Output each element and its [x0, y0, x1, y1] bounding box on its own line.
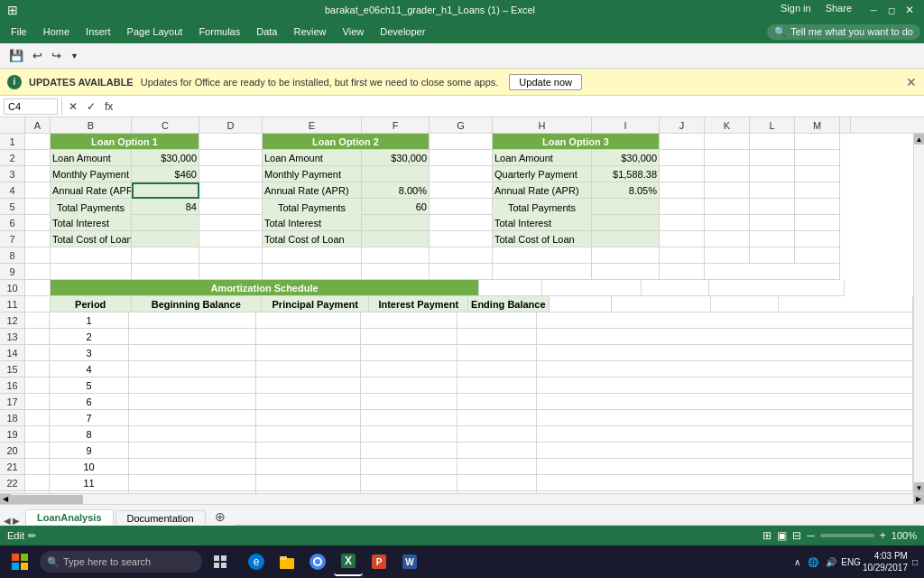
cell-g4[interactable]: [430, 182, 493, 199]
cell-a14[interactable]: [25, 345, 50, 361]
task-view-btn[interactable]: [206, 547, 235, 576]
cell-b7[interactable]: Total Cost of Loan: [51, 231, 132, 247]
cell-c15[interactable]: [129, 361, 256, 378]
row-4[interactable]: 4: [0, 182, 24, 199]
row-10[interactable]: 10: [0, 280, 24, 296]
close-btn[interactable]: ✕: [902, 3, 917, 17]
cell-a4[interactable]: [25, 182, 51, 199]
cell-a15[interactable]: [25, 361, 50, 378]
cell-l8[interactable]: [750, 247, 795, 264]
cell-d2[interactable]: [199, 150, 263, 166]
sign-in-btn[interactable]: Sign in: [781, 3, 811, 17]
cell-a3[interactable]: [25, 166, 51, 182]
cell-h10[interactable]: [542, 280, 642, 296]
cell-d21[interactable]: [256, 459, 362, 475]
cell-b3[interactable]: Monthly Payment: [51, 166, 132, 182]
row-14[interactable]: 14: [0, 345, 24, 361]
row-1[interactable]: 1: [0, 134, 24, 150]
cell-m3[interactable]: [795, 166, 840, 182]
cell-d13[interactable]: [256, 329, 362, 345]
cell-h3[interactable]: Quarterly Payment: [493, 166, 592, 182]
cell-g3[interactable]: [430, 166, 493, 182]
row-16[interactable]: 16: [0, 378, 24, 394]
row-17[interactable]: 17: [0, 394, 24, 410]
cell-l7[interactable]: [750, 231, 795, 247]
cell-d9[interactable]: [199, 264, 263, 280]
cell-f12[interactable]: [457, 312, 536, 329]
row-7[interactable]: 7: [0, 231, 24, 247]
zoom-out-btn[interactable]: ─: [807, 529, 815, 542]
cell-a5[interactable]: [25, 199, 51, 215]
cell-b18[interactable]: 7: [50, 410, 128, 426]
cell-b4[interactable]: Annual Rate (APR): [51, 182, 132, 199]
row-3[interactable]: 3: [0, 166, 24, 182]
cell-j10[interactable]: [709, 280, 845, 296]
col-header-e[interactable]: E: [263, 117, 362, 133]
cell-b13[interactable]: 2: [50, 329, 128, 345]
cell-j3[interactable]: [660, 166, 705, 182]
next-sheet-btn[interactable]: ▶: [13, 516, 20, 526]
cell-a17[interactable]: [25, 394, 50, 410]
cell-k5[interactable]: [705, 199, 750, 215]
sheet-tab-loananalysis[interactable]: LoanAnalysis: [25, 509, 114, 526]
cell-m1[interactable]: [795, 134, 840, 150]
add-sheet-btn[interactable]: ⊕: [208, 508, 233, 526]
confirm-formula-btn[interactable]: ✓: [84, 100, 98, 113]
cell-i7[interactable]: [592, 231, 660, 247]
cell-d8[interactable]: [199, 247, 263, 264]
cell-a18[interactable]: [25, 410, 50, 426]
col-header-j[interactable]: J: [660, 117, 705, 133]
cell-m5[interactable]: [795, 199, 840, 215]
cell-m7[interactable]: [795, 231, 840, 247]
cell-a6[interactable]: [25, 215, 51, 231]
cell-e21[interactable]: [361, 459, 457, 475]
cell-g21[interactable]: [537, 459, 913, 475]
cell-a7[interactable]: [25, 231, 51, 247]
cell-i5[interactable]: [592, 199, 660, 215]
cell-m2[interactable]: [795, 150, 840, 166]
cell-g9[interactable]: [430, 264, 493, 280]
insert-function-btn[interactable]: fx: [102, 100, 116, 113]
cell-e11[interactable]: Interest Payment: [369, 296, 468, 312]
cell-k1[interactable]: [705, 134, 750, 150]
col-header-i[interactable]: I: [592, 117, 660, 133]
cell-i8[interactable]: [592, 247, 660, 264]
cell-e6[interactable]: Total Interest: [263, 215, 362, 231]
cell-e16[interactable]: [361, 378, 457, 394]
cell-e7[interactable]: Total Cost of Loan: [263, 231, 362, 247]
cell-c19[interactable]: [129, 426, 256, 443]
cell-b2[interactable]: Loan Amount: [51, 150, 132, 166]
cell-d18[interactable]: [256, 410, 362, 426]
cell-m8[interactable]: [795, 247, 840, 264]
cell-e22[interactable]: [361, 475, 457, 491]
col-header-d[interactable]: D: [199, 117, 263, 133]
cell-b12[interactable]: 1: [50, 312, 128, 329]
cell-m6[interactable]: [795, 215, 840, 231]
cell-f7[interactable]: [362, 231, 430, 247]
cell-g13[interactable]: [537, 329, 913, 345]
cell-a21[interactable]: [25, 459, 50, 475]
cell-e8[interactable]: [263, 247, 362, 264]
cell-j2[interactable]: [660, 150, 705, 166]
cell-a8[interactable]: [25, 247, 51, 264]
cell-c22[interactable]: [129, 475, 256, 491]
cell-a19[interactable]: [25, 426, 50, 443]
row-5[interactable]: 5: [0, 199, 24, 215]
undo-btn[interactable]: ↩: [29, 47, 46, 64]
cell-j7[interactable]: [660, 231, 705, 247]
edge-app[interactable]: e: [242, 547, 271, 576]
update-bar-close[interactable]: ✕: [906, 75, 917, 89]
row-11[interactable]: 11: [0, 296, 24, 312]
cell-g17[interactable]: [537, 394, 913, 410]
cell-m4[interactable]: [795, 182, 840, 199]
cell-b17[interactable]: 6: [50, 394, 128, 410]
cell-g1[interactable]: [430, 134, 493, 150]
col-header-a[interactable]: A: [25, 117, 51, 133]
cell-b22[interactable]: 11: [50, 475, 128, 491]
customize-qat-btn[interactable]: ▼: [67, 50, 82, 62]
cell-h8[interactable]: [493, 247, 592, 264]
col-header-g[interactable]: G: [430, 117, 493, 133]
cell-f5[interactable]: 60: [362, 199, 430, 215]
cell-reference-box[interactable]: [4, 98, 58, 115]
cell-f19[interactable]: [457, 426, 536, 443]
